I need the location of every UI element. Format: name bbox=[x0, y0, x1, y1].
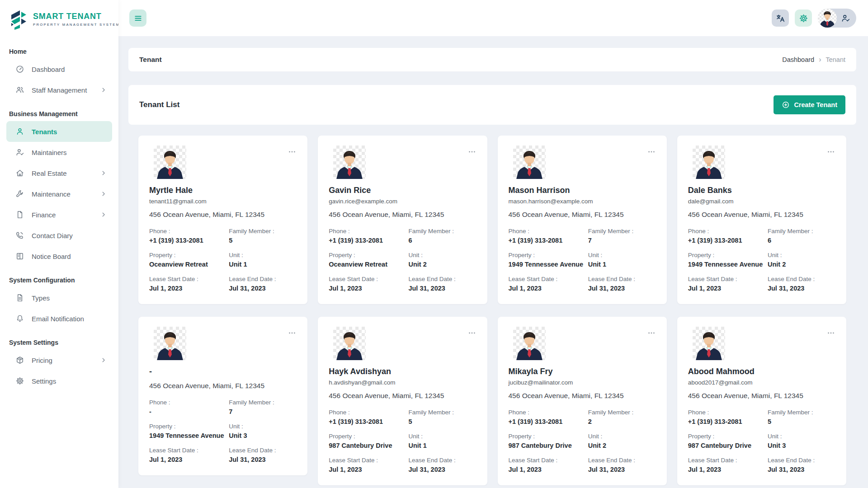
sidebar-section-system-settings: System Settings Pricing Settings bbox=[6, 339, 112, 391]
sidebar-nav: Home Dashboard Staff Management Business… bbox=[0, 36, 118, 391]
sidebar: SMART TENANT PROPERTY MANAGEMENT SYSTEM … bbox=[0, 0, 118, 488]
ellipsis-icon bbox=[826, 147, 835, 156]
page-title: Tenant bbox=[139, 56, 162, 64]
sidebar-item[interactable]: Notice Board bbox=[6, 246, 112, 267]
tenant-card: Mason Harrison mason.harrison@example.co… bbox=[498, 136, 667, 304]
tenant-card: Gavin Rice gavin.rice@example.com 456 Oc… bbox=[318, 136, 487, 304]
brand-logo[interactable]: SMART TENANT PROPERTY MANAGEMENT SYSTEM bbox=[0, 0, 118, 36]
family-member-label: Family Member : bbox=[229, 399, 297, 406]
breadcrumb-current: Tenant bbox=[826, 56, 845, 63]
maintainer-icon bbox=[15, 148, 24, 157]
tenant-address: 456 Ocean Avenue, Miami, FL 12345 bbox=[149, 210, 297, 219]
tenant-card: Mikayla Fry jucibuz@mailinator.com 456 O… bbox=[498, 317, 667, 485]
sidebar-item[interactable]: Pricing bbox=[6, 350, 112, 371]
gear-icon bbox=[799, 14, 808, 23]
tenant-avatar bbox=[693, 145, 725, 179]
lease-start-value: Jul 1, 2023 bbox=[509, 284, 588, 292]
property-value: 987 Cantebury Drive bbox=[329, 441, 408, 450]
tenant-card: - 456 Ocean Avenue, Miami, FL 12345 Phon… bbox=[138, 317, 307, 475]
sidebar-item[interactable]: Email Notification bbox=[6, 308, 112, 329]
document-icon bbox=[15, 293, 24, 302]
card-menu-button[interactable] bbox=[467, 327, 476, 338]
user-menu-button[interactable] bbox=[818, 9, 856, 28]
property-label: Property : bbox=[509, 251, 588, 259]
phone-label: Phone : bbox=[149, 227, 229, 235]
sidebar-item[interactable]: Maintenance bbox=[6, 183, 112, 204]
create-tenant-button[interactable]: Create Tenant bbox=[774, 95, 845, 114]
card-menu-button[interactable] bbox=[288, 145, 297, 156]
sidebar-item[interactable]: Tenants bbox=[6, 121, 112, 142]
tenant-avatar bbox=[154, 145, 186, 179]
sidebar-item[interactable]: Types bbox=[6, 287, 112, 308]
sidebar-item-label: Email Notification bbox=[32, 315, 84, 323]
family-member-label: Family Member : bbox=[768, 408, 835, 416]
sidebar-item[interactable]: Maintainers bbox=[6, 142, 112, 163]
property-label: Property : bbox=[688, 432, 768, 440]
card-menu-button[interactable] bbox=[826, 145, 835, 156]
tenant-name: Abood Mahmood bbox=[688, 366, 835, 376]
sidebar-item[interactable]: Finance bbox=[6, 204, 112, 225]
sidebar-section-header: Business Management bbox=[9, 110, 109, 117]
phone-value: +1 (319) 313-2081 bbox=[688, 236, 768, 244]
lease-end-value: Jul 31, 2023 bbox=[768, 465, 835, 474]
sidebar-item-label: Staff Management bbox=[32, 86, 87, 94]
tenant-email: h.avdishyan@gmail.com bbox=[329, 379, 476, 386]
family-member-value: 7 bbox=[588, 236, 656, 244]
lease-end-label: Lease End Date : bbox=[768, 275, 835, 283]
settings-button[interactable] bbox=[795, 9, 812, 27]
property-label: Property : bbox=[329, 432, 408, 440]
sidebar-item-label: Maintenance bbox=[32, 190, 71, 198]
card-menu-button[interactable] bbox=[647, 145, 656, 156]
property-label: Property : bbox=[149, 422, 229, 430]
property-label: Property : bbox=[149, 251, 229, 259]
sidebar-section-header: System Configuration bbox=[9, 277, 109, 284]
unit-label: Unit : bbox=[588, 432, 656, 440]
card-menu-button[interactable] bbox=[826, 327, 835, 338]
card-menu-button[interactable] bbox=[467, 145, 476, 156]
phone-value: - bbox=[149, 408, 229, 416]
sidebar-item[interactable]: Settings bbox=[6, 371, 112, 391]
property-value: Oceanview Retreat bbox=[329, 260, 408, 268]
unit-value: Unit 3 bbox=[768, 441, 835, 450]
family-member-value: 6 bbox=[768, 236, 835, 244]
breadcrumb-separator: › bbox=[819, 56, 821, 63]
sidebar-section-system-configuration: System Configuration Types Email Notific… bbox=[6, 277, 112, 329]
family-member-label: Family Member : bbox=[588, 227, 656, 235]
sidebar-item[interactable]: Contact Diary bbox=[6, 225, 112, 246]
sidebar-item[interactable]: Staff Management bbox=[6, 80, 112, 100]
tenant-name: Myrtle Hale bbox=[149, 185, 297, 195]
property-value: 1949 Tennessee Avenue bbox=[688, 260, 768, 268]
sidebar-item-label: Dashboard bbox=[32, 66, 65, 73]
ellipsis-icon bbox=[288, 147, 297, 156]
tenant-card-grid: Myrtle Hale tenant11@gmail.com 456 Ocean… bbox=[128, 136, 856, 485]
lease-start-value: Jul 1, 2023 bbox=[329, 465, 408, 474]
tenant-avatar bbox=[693, 327, 725, 360]
breadcrumb-dashboard[interactable]: Dashboard bbox=[782, 56, 814, 63]
lease-start-value: Jul 1, 2023 bbox=[688, 284, 768, 292]
hamburger-menu-button[interactable] bbox=[129, 9, 146, 27]
board-icon bbox=[15, 252, 24, 261]
family-member-value: 6 bbox=[408, 236, 476, 244]
property-label: Property : bbox=[509, 432, 588, 440]
sidebar-item[interactable]: Real Estate bbox=[6, 163, 112, 183]
unit-value: Unit 2 bbox=[768, 260, 835, 268]
unit-value: Unit 1 bbox=[229, 260, 297, 268]
lease-start-label: Lease Start Date : bbox=[688, 456, 768, 464]
lease-end-label: Lease End Date : bbox=[408, 275, 476, 283]
card-menu-button[interactable] bbox=[288, 327, 297, 338]
ellipsis-icon bbox=[647, 147, 656, 156]
ellipsis-icon bbox=[647, 328, 656, 338]
lease-start-value: Jul 1, 2023 bbox=[329, 284, 408, 292]
topbar bbox=[118, 0, 868, 36]
property-value: 987 Cantebury Drive bbox=[509, 441, 588, 450]
sidebar-item-label: Settings bbox=[32, 377, 56, 385]
card-menu-button[interactable] bbox=[647, 327, 656, 338]
sidebar-item[interactable]: Dashboard bbox=[6, 59, 112, 80]
tenant-avatar bbox=[513, 327, 546, 360]
ellipsis-icon bbox=[826, 328, 835, 338]
ellipsis-icon bbox=[467, 147, 476, 156]
unit-value: Unit 2 bbox=[588, 441, 656, 450]
language-button[interactable] bbox=[772, 9, 789, 27]
family-member-value: 5 bbox=[768, 418, 835, 426]
tenant-avatar bbox=[154, 327, 186, 360]
